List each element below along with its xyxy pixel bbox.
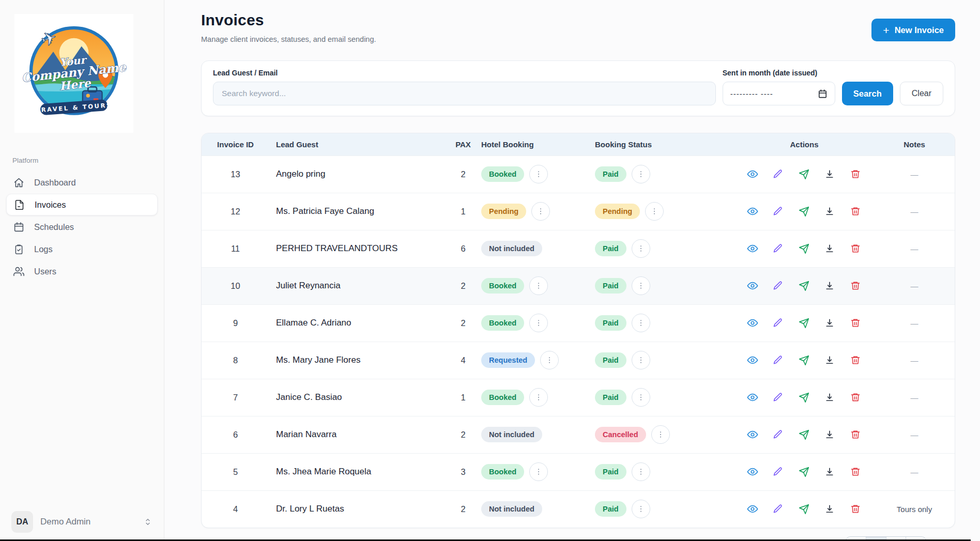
search-button[interactable]: Search [842,82,893,105]
status-badge-menu-button[interactable] [632,462,650,481]
pencil-icon [773,206,783,217]
hotel-booking-badge: Booked [481,315,524,331]
lead-guest: Ms. Patricia Faye Calang [276,206,374,216]
download-button[interactable] [824,392,836,403]
hotel-booking-badge: Booked [481,464,524,480]
delete-button[interactable] [850,206,862,217]
download-button[interactable] [824,168,836,180]
eye-icon [747,466,758,477]
view-button[interactable] [747,429,758,440]
clear-button[interactable]: Clear [900,82,943,105]
sidebar-item-logs[interactable]: Logs [6,238,158,260]
hotel-badge-menu-button[interactable] [529,388,548,407]
status-badge-menu-button[interactable] [632,500,650,518]
delete-button[interactable] [850,466,862,477]
status-badge-menu-button[interactable] [632,165,650,183]
send-icon [799,355,809,366]
calendar-picker-icon[interactable] [818,89,828,99]
new-invoice-button[interactable]: + New Invoice [871,19,955,41]
status-badge-menu-button[interactable] [632,351,650,369]
status-badge-menu-button[interactable] [645,202,664,221]
delete-button[interactable] [850,392,862,403]
pax-count: 2 [461,318,465,328]
send-icon [799,281,809,291]
edit-button[interactable] [773,206,784,217]
delete-button[interactable] [850,243,862,254]
send-button[interactable] [799,243,810,254]
send-button[interactable] [799,392,810,403]
view-button[interactable] [747,392,758,403]
delete-button[interactable] [850,168,862,180]
hotel-badge-menu-button[interactable] [529,165,548,183]
hotel-badge-menu-button[interactable] [531,202,550,221]
download-button[interactable] [824,280,836,291]
view-button[interactable] [747,466,758,477]
view-button[interactable] [747,317,758,329]
view-button[interactable] [747,503,758,515]
hotel-badge-menu-button[interactable] [529,276,548,295]
edit-button[interactable] [773,317,784,329]
download-icon [824,429,835,440]
invoice-id: 13 [231,169,240,179]
view-button[interactable] [747,354,758,366]
send-button[interactable] [799,503,810,515]
edit-button[interactable] [773,503,784,515]
edit-button[interactable] [773,466,784,477]
status-badge-menu-button[interactable] [632,388,650,407]
download-button[interactable] [824,243,836,254]
user-menu[interactable]: DA Demo Admin [5,508,159,536]
status-badge-menu-button[interactable] [651,425,670,444]
month-date-input[interactable]: --------- ---- [723,82,835,105]
pencil-icon [773,392,783,403]
download-button[interactable] [824,206,836,217]
edit-button[interactable] [773,429,784,440]
edit-button[interactable] [773,392,784,403]
sidebar-item-schedules[interactable]: Schedules [6,216,158,238]
send-button[interactable] [799,429,810,440]
send-icon [799,206,809,217]
download-button[interactable] [824,503,836,515]
sidebar-item-dashboard[interactable]: Dashboard [6,172,158,193]
lead-guest: Ellamae C. Adriano [276,318,351,328]
edit-button[interactable] [773,354,784,366]
view-button[interactable] [747,243,758,254]
edit-button[interactable] [773,280,784,291]
pencil-icon [773,243,783,254]
status-badge-menu-button[interactable] [632,276,650,295]
delete-button[interactable] [850,503,862,515]
delete-button[interactable] [850,280,862,291]
sidebar-item-users[interactable]: Users [6,260,158,282]
status-badge-menu-button[interactable] [632,239,650,258]
invoice-table-body: 13 Angelo pring 2 Booked Paid [202,156,955,528]
edit-button[interactable] [773,243,784,254]
sidebar-item-invoices[interactable]: Invoices [6,194,158,215]
hotel-badge-menu-button[interactable] [529,314,548,332]
eye-icon [747,280,758,291]
edit-button[interactable] [773,168,784,180]
view-button[interactable] [747,206,758,217]
download-button[interactable] [824,317,836,329]
send-button[interactable] [799,280,810,291]
send-button[interactable] [799,206,810,217]
sidebar-nav: Dashboard Invoices Schedules [0,172,164,282]
hotel-badge-menu-button[interactable] [529,462,548,481]
lead-guest: Juliet Reynancia [276,281,341,290]
download-button[interactable] [824,354,836,366]
download-button[interactable] [824,429,836,440]
send-button[interactable] [799,466,810,477]
invoice-id: 11 [231,244,240,253]
search-input[interactable] [213,82,716,105]
status-badge-menu-button[interactable] [632,314,650,332]
delete-button[interactable] [850,354,862,366]
hotel-booking-badge: Requested [481,352,535,368]
send-button[interactable] [799,354,810,366]
col-hotel-booking: Hotel Booking [481,133,595,156]
send-button[interactable] [799,168,810,180]
view-button[interactable] [747,168,758,180]
delete-button[interactable] [850,317,862,329]
hotel-badge-menu-button[interactable] [540,351,559,369]
delete-button[interactable] [850,429,862,440]
download-button[interactable] [824,466,836,477]
send-button[interactable] [799,317,810,329]
view-button[interactable] [747,280,758,291]
